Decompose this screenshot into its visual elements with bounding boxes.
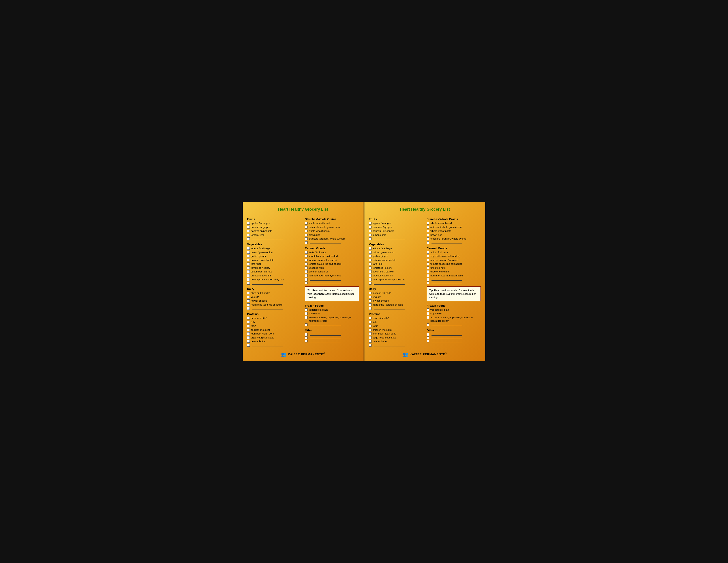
checkbox[interactable] [247,340,250,343]
checkbox[interactable] [427,237,429,240]
checkbox[interactable] [427,259,429,261]
checkbox[interactable] [305,270,308,273]
checkbox[interactable] [427,274,429,277]
checkbox[interactable] [369,222,372,224]
checkbox[interactable] [305,316,308,319]
checkbox[interactable] [247,278,250,281]
checkbox[interactable] [427,337,429,339]
checkbox[interactable] [369,259,372,261]
checkbox[interactable] [369,233,372,236]
checkbox[interactable] [427,266,429,269]
checkbox[interactable] [247,262,250,265]
checkbox[interactable] [247,329,250,331]
checkbox[interactable] [369,304,372,306]
checkbox[interactable] [369,251,372,254]
checkbox[interactable] [427,262,429,265]
checkbox[interactable] [247,274,250,277]
checkbox[interactable] [369,247,372,250]
checkbox[interactable] [369,317,372,320]
checkbox[interactable] [305,229,308,232]
checkbox[interactable] [247,255,250,257]
checkbox[interactable] [369,278,372,281]
checkbox[interactable] [305,237,308,240]
checkbox[interactable] [305,282,308,284]
checkbox[interactable] [247,296,250,298]
checkbox[interactable] [427,226,429,228]
checkbox[interactable] [369,325,372,327]
checkbox[interactable] [369,332,372,335]
checkbox[interactable] [247,304,250,306]
checkbox[interactable] [369,255,372,257]
checkbox[interactable] [369,266,372,269]
checkbox[interactable] [427,255,429,257]
checkbox[interactable] [305,274,308,277]
checkbox[interactable] [247,336,250,339]
checkbox[interactable] [305,309,308,311]
checkbox[interactable] [305,255,308,257]
checkbox[interactable] [247,300,250,302]
checkbox[interactable] [369,336,372,339]
checkbox[interactable] [247,233,250,236]
checkbox[interactable] [247,270,250,273]
checkbox[interactable] [427,333,429,336]
checkbox[interactable] [427,270,429,273]
checkbox[interactable] [247,251,250,254]
checkbox[interactable] [369,237,372,240]
checkbox[interactable] [305,226,308,228]
checkbox[interactable] [305,222,308,224]
checkbox[interactable] [369,292,372,294]
checkbox[interactable] [369,226,372,228]
checkbox[interactable] [305,259,308,261]
checkbox[interactable] [427,251,429,254]
checkbox[interactable] [247,247,250,250]
checkbox[interactable] [247,325,250,327]
checkbox[interactable] [427,222,429,224]
checkbox[interactable] [305,312,308,315]
checkbox[interactable] [369,300,372,302]
checkbox[interactable] [305,233,308,236]
checkbox[interactable] [305,324,308,326]
checkbox[interactable] [305,266,308,269]
checkbox[interactable] [369,282,372,285]
checkbox[interactable] [247,321,250,324]
checkbox[interactable] [427,312,429,315]
checkbox[interactable] [369,274,372,277]
checkbox[interactable] [305,337,308,339]
checkbox[interactable] [427,233,429,236]
checkbox[interactable] [247,292,250,294]
checkbox[interactable] [247,237,250,240]
checkbox[interactable] [427,229,429,232]
checkbox[interactable] [247,229,250,232]
checkbox[interactable] [427,241,429,244]
checkbox[interactable] [369,340,372,343]
checkbox[interactable] [427,282,429,284]
checkbox[interactable] [305,251,308,254]
checkbox[interactable] [427,278,429,281]
checkbox[interactable] [247,226,250,228]
checkbox[interactable] [247,259,250,261]
checkbox[interactable] [427,309,429,311]
checkbox[interactable] [305,278,308,281]
checkbox[interactable] [247,266,250,269]
checkbox[interactable] [369,321,372,324]
checkbox[interactable] [369,229,372,232]
checkbox[interactable] [305,262,308,265]
checkbox[interactable] [247,307,250,310]
checkbox[interactable] [247,222,250,224]
checkbox[interactable] [369,296,372,298]
checkbox[interactable] [369,307,372,310]
checkbox[interactable] [369,262,372,265]
checkbox[interactable] [247,317,250,320]
checkbox[interactable] [305,340,308,343]
checkbox[interactable] [427,340,429,343]
checkbox[interactable] [247,282,250,285]
checkbox[interactable] [369,344,372,347]
checkbox[interactable] [247,332,250,335]
checkbox[interactable] [369,329,372,331]
checkbox[interactable] [305,333,308,336]
checkbox[interactable] [247,344,250,347]
checkbox[interactable] [369,270,372,273]
checkbox[interactable] [427,324,429,326]
checkbox[interactable] [305,241,308,244]
checkbox[interactable] [427,316,429,319]
